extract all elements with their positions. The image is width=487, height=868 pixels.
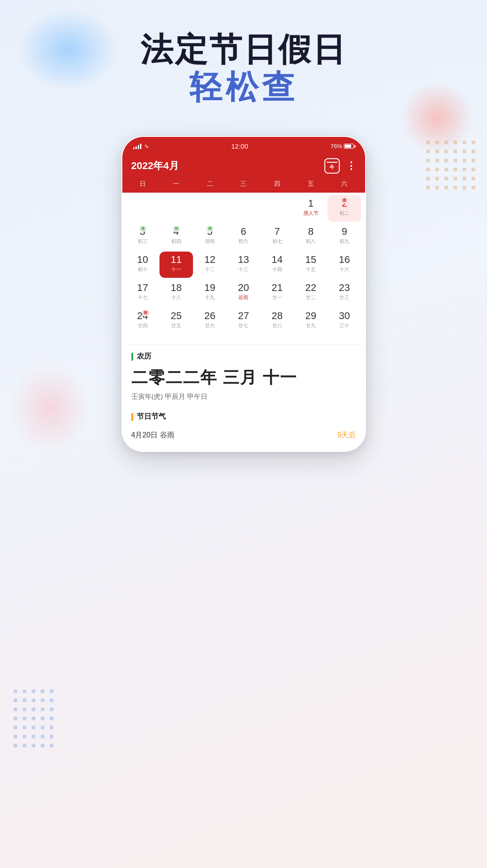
cal-cell-5[interactable]: 5 休 清明 [193, 223, 227, 250]
day-num-17: 17 [137, 282, 148, 293]
cal-cell-11-selected[interactable]: 11 十一 [159, 252, 193, 278]
day-lunar-6: 初六 [238, 238, 248, 245]
cal-cell-7[interactable]: 7 初七 [260, 223, 294, 250]
badge-xiu-3: 休 [140, 226, 146, 232]
cal-cell-29[interactable]: 29 廿九 [294, 308, 328, 334]
cal-cell-24[interactable]: 24 班 廿四 [126, 308, 159, 334]
cal-cell-empty-1[interactable] [126, 195, 159, 222]
cal-cell-20[interactable]: 20 谷雨 [227, 280, 260, 306]
cal-cell-6[interactable]: 6 初六 [227, 223, 260, 250]
calendar-week-3: 10 初十 11 十一 12 十二 13 十三 14 十四 [126, 252, 362, 278]
cal-cell-3[interactable]: 3 休 初三 [126, 223, 159, 250]
day-num-28: 28 [272, 310, 283, 321]
day-num-26: 26 [204, 310, 215, 321]
cal-cell-15[interactable]: 15 十五 [294, 252, 328, 278]
day-num-18: 18 [171, 282, 182, 293]
cal-cell-9[interactable]: 9 初九 [328, 223, 361, 250]
status-right: 76% [330, 143, 354, 150]
day-num-6: 6 [241, 226, 246, 237]
blob-pink [9, 363, 91, 453]
cal-cell-27[interactable]: 27 廿七 [227, 308, 260, 334]
lunar-indicator [131, 353, 133, 361]
weekday-tue: 二 [193, 180, 227, 188]
calendar-week-5: 24 班 廿四 25 廿五 26 廿六 27 廿七 [126, 308, 362, 334]
festival-section-title: 节日节气 [131, 412, 356, 422]
calendar-week-1: 1 愚人节 2 班 初二 [126, 195, 362, 222]
battery-percent: 76% [330, 143, 342, 150]
lunar-detail: 壬寅年(虎) 甲辰月 甲午日 [131, 393, 356, 401]
weekday-sat: 六 [328, 180, 361, 188]
cal-cell-25[interactable]: 25 廿五 [159, 308, 193, 334]
cal-cell-26[interactable]: 26 廿六 [193, 308, 227, 334]
calendar-actions: 今 ⋮ [324, 158, 356, 174]
day-lunar-26: 廿六 [205, 322, 215, 329]
day-lunar-17: 十七 [138, 294, 148, 301]
calendar-header: 2022年4月 今 ⋮ [122, 154, 365, 180]
day-lunar-28: 廿八 [272, 322, 282, 329]
cal-cell-23[interactable]: 23 廿三 [328, 280, 361, 306]
cal-cell-empty-3[interactable] [193, 195, 227, 222]
day-lunar-29: 廿九 [306, 322, 316, 329]
cal-cell-30[interactable]: 30 三十 [328, 308, 361, 334]
weekday-fri: 五 [294, 180, 328, 188]
battery-icon [344, 144, 354, 149]
day-lunar-19: 十九 [205, 294, 215, 301]
day-num-4: 4 休 [174, 226, 179, 237]
cal-cell-1[interactable]: 1 愚人节 [294, 195, 328, 222]
day-lunar-12: 十二 [205, 266, 215, 273]
cal-cell-22[interactable]: 22 廿二 [294, 280, 328, 306]
day-num-22: 22 [305, 282, 316, 293]
day-lunar-9: 初九 [339, 238, 349, 245]
cal-cell-18[interactable]: 18 十八 [159, 280, 193, 306]
festival-section: 节日节气 4月20日 谷雨 9天后 [122, 412, 365, 451]
status-time: 12:00 [231, 142, 248, 150]
wifi-icon: ∿ [144, 143, 149, 150]
header-section: 法定节日假日 轻松查 [0, 32, 487, 107]
day-lunar-5: 清明 [205, 238, 215, 245]
phone-frame: ∿ 12:00 76% 2022年4月 今 ⋮ [121, 136, 366, 452]
cal-cell-8[interactable]: 8 初八 [294, 223, 328, 250]
phone-mockup: ∿ 12:00 76% 2022年4月 今 ⋮ [121, 136, 366, 452]
cal-cell-empty-2[interactable] [159, 195, 193, 222]
day-lunar-1: 愚人节 [304, 210, 318, 217]
weekday-headers: 日 一 二 三 四 五 六 [122, 180, 365, 193]
calendar-title: 2022年4月 [131, 159, 179, 173]
day-num-21: 21 [272, 282, 283, 293]
day-lunar-10: 初十 [138, 266, 148, 273]
badge-xiu-4: 休 [173, 226, 180, 232]
cal-cell-4[interactable]: 4 休 初四 [159, 223, 193, 250]
cal-cell-2[interactable]: 2 班 初二 [328, 195, 361, 222]
day-lunar-22: 廿二 [306, 294, 316, 301]
cal-cell-19[interactable]: 19 十九 [193, 280, 227, 306]
cal-cell-17[interactable]: 17 十七 [126, 280, 159, 306]
day-lunar-20: 谷雨 [238, 294, 248, 301]
cal-cell-10[interactable]: 10 初十 [126, 252, 159, 278]
cal-cell-empty-4[interactable] [227, 195, 260, 222]
cal-cell-12[interactable]: 12 十二 [193, 252, 227, 278]
calendar-week-2: 3 休 初三 4 休 初四 5 休 清明 [126, 223, 362, 250]
day-lunar-27: 廿七 [238, 322, 248, 329]
day-num-12: 12 [204, 254, 215, 265]
cal-cell-16[interactable]: 16 十六 [328, 252, 361, 278]
day-num-7: 7 [275, 226, 280, 237]
festival-indicator [131, 413, 133, 421]
day-num-11: 11 [171, 254, 182, 265]
more-button[interactable]: ⋮ [346, 160, 356, 172]
day-num-23: 23 [339, 282, 350, 293]
cal-cell-28[interactable]: 28 廿八 [260, 308, 294, 334]
cal-cell-14[interactable]: 14 十四 [260, 252, 294, 278]
day-num-16: 16 [339, 254, 350, 265]
signal-icon [133, 144, 141, 149]
festival-item-1[interactable]: 4月20日 谷雨 9天后 [131, 427, 356, 444]
cal-cell-21[interactable]: 21 廿一 [260, 280, 294, 306]
today-button[interactable]: 今 [324, 158, 340, 174]
dots-decoration-top-right [426, 141, 478, 192]
cal-cell-empty-5[interactable] [260, 195, 294, 222]
day-num-24: 24 班 [137, 310, 148, 321]
day-num-30: 30 [339, 310, 350, 321]
cal-cell-13[interactable]: 13 十三 [227, 252, 260, 278]
weekday-thu: 四 [260, 180, 294, 188]
day-num-19: 19 [204, 282, 215, 293]
day-lunar-16: 十六 [339, 266, 349, 273]
badge-ban-24: 班 [142, 310, 149, 316]
